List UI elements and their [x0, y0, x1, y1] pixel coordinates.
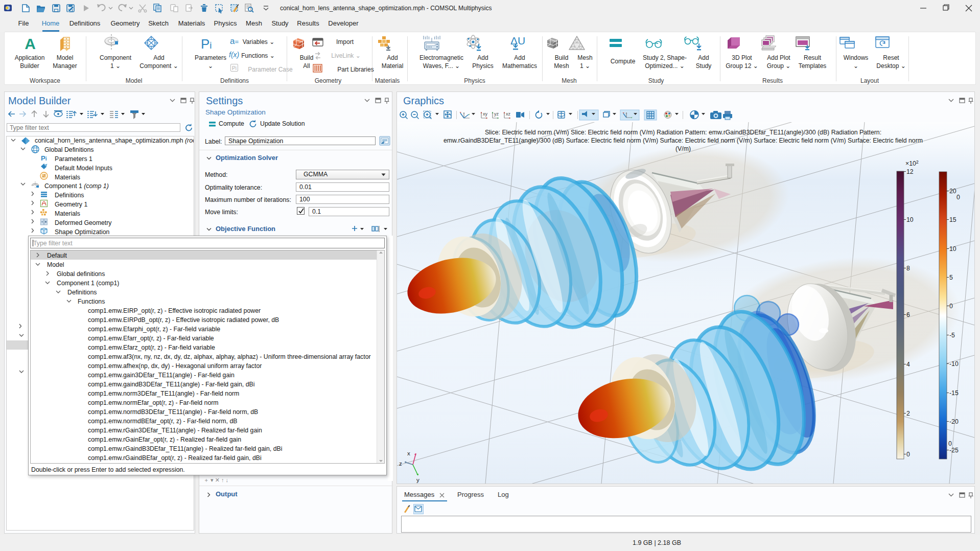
- svg-text:Shape Optimization: Shape Optimization: [55, 228, 109, 236]
- svg-text:comp1.emw.EIRPdB_opt(r, z) - E: comp1.emw.EIRPdB_opt(r, z) - Effective i…: [88, 316, 279, 324]
- svg-text:comp1.emw.afhex(np, dx, dy) -: comp1.emw.afhex(np, dx, dy) - Hexagonal …: [88, 362, 262, 370]
- svg-text:comp1.emw.rGain3DEfar_TE11(ang: comp1.emw.rGain3DEfar_TE11(angle) - Real…: [88, 427, 262, 434]
- svg-text:comp1.emw.norm3DEfar_TE11(angl: comp1.emw.norm3DEfar_TE11(angle) - Far-f…: [88, 390, 239, 397]
- svg-text:15: 15: [949, 216, 956, 223]
- svg-text:comp1.emw.normdBEfar_opt(r, z): comp1.emw.normdBEfar_opt(r, z) - Far-fie…: [88, 418, 238, 425]
- svg-text:0: 0: [956, 194, 960, 201]
- svg-text:comp1.emw.rGainEfar_opt(r, z): comp1.emw.rGainEfar_opt(r, z) - Realized…: [88, 436, 241, 443]
- svg-text:comp1.emw.Efarphi_opt(r, z) -: comp1.emw.Efarphi_opt(r, z) - Far-field …: [88, 326, 220, 333]
- svg-text:Pi: Pi: [41, 154, 47, 162]
- svg-text:10: 10: [949, 245, 956, 252]
- svg-text:Definitions: Definitions: [55, 192, 84, 199]
- svg-text:Parameters 1: Parameters 1: [55, 155, 92, 163]
- svg-text:Slice: Electric field norm (V/: Slice: Electric field norm (V/m) Slice: …: [485, 129, 881, 136]
- svg-text:y: y: [416, 477, 419, 483]
- svg-text:xz: xz: [506, 111, 511, 117]
- svg-text:Component 1 (comp 1): Component 1 (comp 1): [44, 182, 109, 190]
- svg-text:-25: -25: [949, 447, 959, 454]
- svg-text:Definitions: Definitions: [67, 289, 97, 296]
- svg-text:x: x: [407, 450, 410, 456]
- svg-text:Global definitions: Global definitions: [57, 270, 105, 278]
- svg-text:Component 1 (comp1): Component 1 (comp1): [57, 280, 119, 287]
- svg-text:comp1.emw.gain3DEfar_TE11(angl: comp1.emw.gain3DEfar_TE11(angle) - Far-f…: [88, 372, 235, 379]
- svg-text:comp1.emw.normEfar_opt(r, z) -: comp1.emw.normEfar_opt(r, z) - Far-field…: [88, 399, 219, 406]
- svg-text:xy: xy: [483, 111, 488, 117]
- svg-text:-20: -20: [949, 418, 959, 425]
- svg-text:conical_horn_lens_antenna_shap: conical_horn_lens_antenna_shape_optimiza…: [35, 137, 194, 144]
- svg-text:yz: yz: [494, 111, 499, 117]
- svg-text:5: 5: [949, 274, 953, 281]
- svg-text:Geometry 1: Geometry 1: [55, 201, 87, 208]
- svg-text:comp1.emw.af3(nx, ny, nz, dx,: comp1.emw.af3(nx, ny, nz, dx, dy, dz, al…: [88, 353, 371, 360]
- svg-text:Materials: Materials: [55, 210, 80, 217]
- svg-text:0: 0: [949, 303, 953, 310]
- svg-text:comp1.emw.rGaindB3DEfar_TE11(a: comp1.emw.rGaindB3DEfar_TE11(angle) - Re…: [88, 445, 282, 452]
- svg-text:8: 8: [906, 265, 910, 272]
- svg-text:-5: -5: [949, 332, 955, 339]
- svg-text:comp1.emw.Efarz_opt(r, z) - Fa: comp1.emw.Efarz_opt(r, z) - Far-field va…: [88, 344, 215, 351]
- svg-text:comp1.emw.normdB3DEfar_TE11(an: comp1.emw.normdB3DEfar_TE11(angle) - Far…: [88, 408, 258, 416]
- svg-text:Deformed Geometry: Deformed Geometry: [55, 219, 112, 226]
- svg-text:6: 6: [906, 311, 910, 318]
- svg-text:-10: -10: [949, 360, 959, 368]
- svg-text:Default: Default: [47, 252, 67, 259]
- svg-text:4: 4: [906, 361, 910, 368]
- svg-text:0: 0: [906, 451, 910, 458]
- svg-text:(V/m): (V/m): [675, 145, 691, 152]
- svg-text:2: 2: [906, 410, 910, 417]
- svg-text:comp1.emw.gaindB3DEfar_TE11(an: comp1.emw.gaindB3DEfar_TE11(angle) - Far…: [88, 381, 254, 388]
- svg-text:comp1.emw.Efarr_opt(r, z) - Fa: comp1.emw.Efarr_opt(r, z) - Far-field va…: [88, 335, 214, 342]
- svg-text:Model: Model: [47, 261, 64, 268]
- svg-text:z: z: [399, 461, 402, 467]
- svg-text:0: 0: [948, 440, 952, 447]
- svg-text:Functions: Functions: [78, 298, 105, 305]
- svg-text:Global Definitions: Global Definitions: [44, 146, 94, 153]
- svg-text:10: 10: [906, 216, 914, 223]
- svg-text:comp1.emw.rGaindBEfar_opt(r, z: comp1.emw.rGaindBEfar_opt(r, z) - Realiz…: [88, 454, 262, 462]
- svg-text:12: 12: [906, 168, 914, 175]
- svg-text:comp1.emw.EIRP_opt(r, z) - Eff: comp1.emw.EIRP_opt(r, z) - Effective iso…: [88, 307, 261, 314]
- svg-text:emw.rGaindB3DEfar_TE11(angle)/: emw.rGaindB3DEfar_TE11(angle)/300 (dB) S…: [444, 137, 923, 144]
- svg-text:20: 20: [949, 188, 956, 195]
- svg-text:Default Model Inputs: Default Model Inputs: [55, 165, 112, 172]
- svg-text:Materials: Materials: [55, 174, 80, 181]
- svg-text:-15: -15: [949, 389, 959, 397]
